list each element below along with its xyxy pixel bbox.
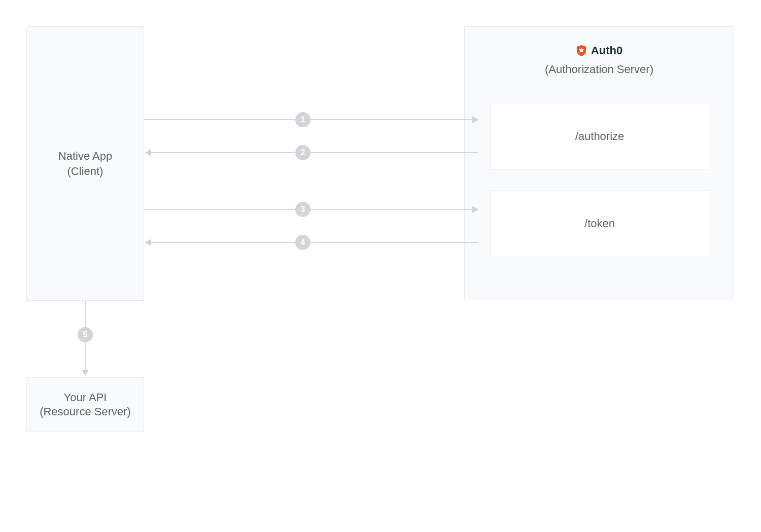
arrowhead-left-icon (145, 239, 151, 246)
client-box: Native App (Client) (26, 26, 144, 301)
authorize-endpoint-label: /authorize (575, 130, 625, 143)
auth0-brand-label: Auth0 (591, 44, 622, 57)
arrowhead-right-icon (472, 116, 478, 123)
step-badge-5: 5 (78, 327, 93, 342)
client-title: Native App (58, 150, 112, 163)
api-box: Your API (Resource Server) (26, 377, 144, 432)
step-badge-3: 3 (295, 202, 310, 217)
auth0-shield-icon (576, 45, 587, 57)
arrowhead-left-icon (145, 149, 151, 156)
step-badge-2: 2 (295, 145, 310, 160)
step-badge-1: 1 (295, 112, 310, 127)
token-endpoint-label: /token (584, 217, 615, 230)
arrow-step-2 (151, 152, 478, 153)
api-title: Your API (64, 391, 107, 404)
auth-server-subtitle: (Authorization Server) (465, 63, 734, 76)
arrowhead-down-icon (82, 370, 89, 376)
auth-server-header: Auth0 (465, 44, 734, 59)
authorize-endpoint-box: /authorize (490, 103, 709, 170)
arrowhead-right-icon (472, 206, 478, 213)
api-subtitle: (Resource Server) (40, 405, 131, 418)
token-endpoint-box: /token (490, 190, 709, 257)
oauth-pkce-flow-diagram: Native App (Client) Your API (Resource S… (0, 0, 761, 532)
client-subtitle: (Client) (67, 165, 103, 178)
auth-server-box: Auth0 (Authorization Server) /authorize … (464, 26, 734, 300)
arrow-step-4 (151, 242, 478, 243)
step-badge-4: 4 (295, 235, 310, 250)
